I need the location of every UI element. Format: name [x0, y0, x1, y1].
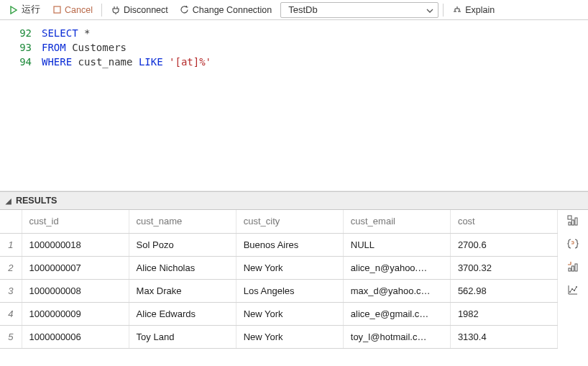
collapse-triangle-icon: ◢: [6, 197, 12, 205]
change-connection-label: Change Connection: [193, 5, 272, 15]
chevron-down-icon: [426, 4, 433, 15]
svg-point-9: [571, 288, 573, 290]
svg-rect-2: [572, 220, 574, 225]
svg-rect-5: [569, 268, 571, 271]
cell[interactable]: 3130.4: [450, 325, 557, 348]
separator: [101, 4, 102, 17]
row-number: 5: [0, 325, 22, 348]
code-content[interactable]: FROM Customers: [42, 40, 127, 55]
cell[interactable]: Los Angeles: [236, 279, 343, 302]
cell[interactable]: alice_e@gmail.c…: [343, 302, 450, 325]
run-button[interactable]: 运行: [4, 2, 45, 17]
cell[interactable]: 562.98: [450, 279, 557, 302]
refresh-icon: [180, 5, 190, 15]
svg-rect-3: [575, 218, 577, 225]
cell[interactable]: 1000000009: [22, 302, 129, 325]
disconnect-label: Disconnect: [124, 5, 168, 15]
row-number: 2: [0, 256, 22, 279]
results-title: RESULTS: [16, 196, 57, 206]
cell[interactable]: New York: [236, 256, 343, 279]
editor-line[interactable]: 92SELECT *: [0, 26, 588, 40]
table-row[interactable]: 51000000006Toy LandNew Yorktoy_l@hotmail…: [0, 325, 558, 348]
code-content[interactable]: SELECT *: [42, 26, 90, 40]
database-selected-value: TestDb: [288, 4, 317, 15]
cell[interactable]: 1000000006: [22, 325, 129, 348]
cell[interactable]: New York: [236, 302, 343, 325]
results-side-toolbar: [558, 210, 588, 349]
table-row[interactable]: 21000000007Alice NicholasNew Yorkalice_n…: [0, 256, 558, 279]
column-header[interactable]: cost: [450, 210, 557, 233]
export-json-icon[interactable]: [566, 237, 579, 250]
cell[interactable]: alice_n@yahoo.…: [343, 256, 450, 279]
svg-rect-6: [572, 266, 574, 271]
svg-rect-4: [568, 216, 571, 219]
table-row[interactable]: 31000000008Max DrakeLos Angelesmax_d@yah…: [0, 279, 558, 302]
disconnect-button[interactable]: Disconnect: [106, 4, 173, 17]
editor-line[interactable]: 94WHERE cust_name LIKE '[at]%': [0, 55, 588, 69]
row-number: 1: [0, 233, 22, 256]
table-row[interactable]: 11000000018Sol PozoBuenos AiresNULL2700.…: [0, 233, 558, 256]
cell[interactable]: max_d@yahoo.c…: [343, 279, 450, 302]
cell[interactable]: 2700.6: [450, 233, 557, 256]
line-number: 92: [0, 26, 42, 40]
explain-label: Explain: [465, 5, 495, 15]
table-row[interactable]: 41000000009Alice EdwardsNew Yorkalice_e@…: [0, 302, 558, 325]
cell[interactable]: New York: [236, 325, 343, 348]
cell[interactable]: Max Drake: [129, 279, 236, 302]
export-csv-icon[interactable]: [566, 214, 579, 227]
svg-point-10: [574, 290, 575, 291]
database-select[interactable]: TestDb: [280, 2, 438, 18]
column-header[interactable]: cust_email: [343, 210, 450, 233]
cell[interactable]: Alice Nicholas: [129, 256, 236, 279]
cell[interactable]: 1982: [450, 302, 557, 325]
explain-button[interactable]: Explain: [448, 4, 499, 17]
toolbar: 运行 Cancel Disconnect Change Connection T…: [0, 0, 588, 20]
svg-rect-7: [575, 264, 577, 271]
column-header[interactable]: cust_name: [129, 210, 236, 233]
line-number: 94: [0, 55, 42, 69]
editor-line[interactable]: 93FROM Customers: [0, 40, 588, 55]
results-panel: ◢ RESULTS cust_idcust_namecust_citycust_…: [0, 191, 588, 349]
svg-point-11: [576, 286, 577, 288]
explain-icon: [452, 5, 462, 15]
svg-point-8: [569, 291, 571, 293]
row-number-header: [0, 210, 22, 233]
column-header[interactable]: cust_city: [236, 210, 343, 233]
cell[interactable]: 1000000007: [22, 256, 129, 279]
export-excel-icon[interactable]: [566, 260, 579, 273]
change-connection-button[interactable]: Change Connection: [175, 4, 277, 17]
cell[interactable]: NULL: [343, 233, 450, 256]
svg-rect-0: [54, 6, 60, 13]
cell[interactable]: 1000000008: [22, 279, 129, 302]
cancel-button[interactable]: Cancel: [47, 4, 97, 17]
line-number: 93: [0, 40, 42, 55]
column-header[interactable]: cust_id: [22, 210, 129, 233]
cell[interactable]: Buenos Aires: [236, 233, 343, 256]
cell[interactable]: Sol Pozo: [129, 233, 236, 256]
play-icon: [9, 5, 19, 15]
chart-icon[interactable]: [566, 283, 579, 296]
stop-icon: [52, 5, 62, 15]
cell[interactable]: Toy Land: [129, 325, 236, 348]
row-number: 3: [0, 279, 22, 302]
cancel-label: Cancel: [65, 5, 93, 15]
cell[interactable]: toy_l@hotmail.c…: [343, 325, 450, 348]
cell[interactable]: 1000000018: [22, 233, 129, 256]
results-table: cust_idcust_namecust_citycust_emailcost …: [0, 210, 558, 349]
sql-editor[interactable]: 92SELECT *93FROM Customers94WHERE cust_n…: [0, 20, 588, 191]
row-number: 4: [0, 302, 22, 325]
code-content[interactable]: WHERE cust_name LIKE '[at]%': [42, 55, 211, 69]
run-label: 运行: [22, 4, 40, 16]
plug-icon: [111, 5, 121, 15]
svg-rect-1: [569, 222, 571, 225]
results-header[interactable]: ◢ RESULTS: [0, 191, 588, 210]
separator: [443, 4, 444, 17]
cell[interactable]: 3700.32: [450, 256, 557, 279]
cell[interactable]: Alice Edwards: [129, 302, 236, 325]
